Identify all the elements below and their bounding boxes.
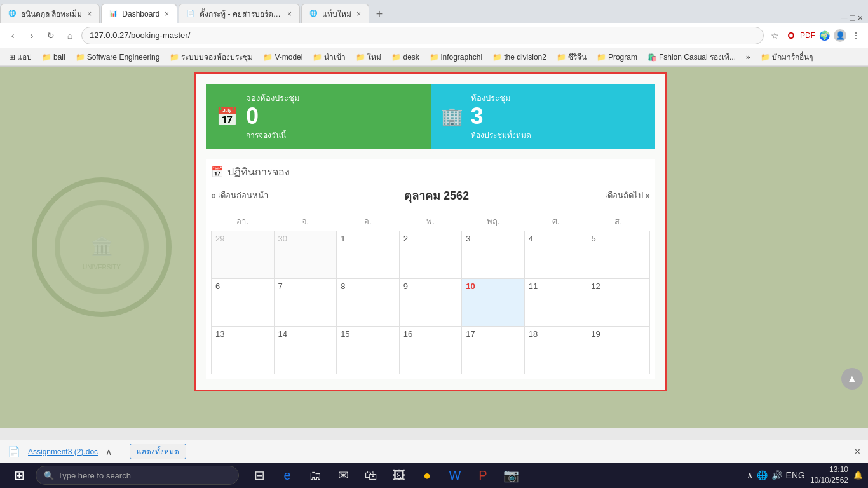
cal-cell-10[interactable]: 10 bbox=[462, 279, 525, 327]
cal-cell-5[interactable]: 5 bbox=[587, 231, 650, 279]
booking-stat-card[interactable]: 📅 จองห้องประชุม 0 การจองวันนี้ bbox=[206, 84, 431, 149]
powerpoint-button[interactable]: P bbox=[470, 464, 496, 487]
bookmark-new[interactable]: 📁 ใหม่ bbox=[352, 50, 385, 64]
tab-2[interactable]: 📊 Dashboard × bbox=[101, 4, 177, 23]
folder-icon-ball: 📁 bbox=[42, 53, 51, 62]
taskbar-search-box[interactable]: 🔍 Type here to search bbox=[36, 466, 239, 485]
day-header-tue: อ. bbox=[337, 212, 400, 231]
bookmark-division[interactable]: 📁 the division2 bbox=[489, 51, 550, 63]
day-num-4: 4 bbox=[529, 234, 533, 243]
star-icon[interactable]: ☆ bbox=[768, 29, 782, 43]
chrome-button[interactable]: ● bbox=[414, 464, 440, 487]
tray-chevron[interactable]: ∧ bbox=[747, 470, 753, 480]
cal-cell-13[interactable]: 13 bbox=[212, 327, 275, 374]
close-browser-button[interactable]: × bbox=[858, 13, 863, 23]
tab-3-close[interactable]: × bbox=[287, 10, 292, 18]
bookmark-booking[interactable]: 📁 ระบบบจองห้องประชุม bbox=[166, 50, 257, 64]
menu-icon[interactable]: ⋮ bbox=[849, 29, 863, 43]
folder-icon-div: 📁 bbox=[492, 53, 502, 62]
tab-4[interactable]: 🌐 แท็บใหม่ × bbox=[301, 4, 369, 23]
rooms-stat-card[interactable]: 🏢 ห้องประชุม 3 ห้องประชุมทั้งหมด bbox=[431, 84, 656, 149]
folder-icon-booking: 📁 bbox=[170, 53, 179, 62]
tab-3[interactable]: 📄 ตั้งกระทู้ - คยสารบอร์ด สำหรับติดต่อ..… bbox=[179, 4, 300, 23]
cal-cell-11[interactable]: 11 bbox=[524, 279, 587, 327]
cal-cell-8[interactable]: 8 bbox=[337, 279, 400, 327]
forward-button[interactable]: › bbox=[24, 28, 39, 43]
home-button[interactable]: ⌂ bbox=[62, 28, 78, 43]
store-button[interactable]: 🛍 bbox=[358, 464, 384, 487]
mail-button[interactable]: ✉ bbox=[330, 464, 356, 487]
address-input[interactable] bbox=[81, 27, 764, 44]
folder-icon-series: 📁 bbox=[557, 53, 566, 62]
bookmark-program[interactable]: 📁 Program bbox=[593, 51, 641, 63]
volume-icon[interactable]: 🔊 bbox=[771, 470, 782, 480]
bookmark-vmodel[interactable]: 📁 V-model bbox=[259, 51, 306, 63]
cal-cell-7[interactable]: 7 bbox=[274, 279, 337, 327]
rooms-stat-icon: 🏢 bbox=[441, 106, 463, 127]
day-num-9: 9 bbox=[403, 281, 408, 291]
photos-button[interactable]: 🖼 bbox=[386, 464, 412, 487]
bookmark-software-eng[interactable]: 📁 Software Engineering bbox=[72, 51, 164, 63]
cal-cell-14[interactable]: 14 bbox=[274, 327, 337, 374]
stats-row: 📅 จองห้องประชุม 0 การจองวันนี้ 🏢 ห้องประ… bbox=[206, 84, 655, 149]
tab-1-close[interactable]: × bbox=[87, 10, 92, 18]
bookmark-infographchi[interactable]: 📁 infographchi bbox=[426, 51, 486, 63]
avatar-icon[interactable]: 👤 bbox=[834, 29, 846, 42]
cal-cell-4[interactable]: 4 bbox=[524, 231, 587, 279]
scroll-to-top-button[interactable]: ▲ bbox=[841, 368, 863, 390]
camera-button[interactable]: 📷 bbox=[498, 464, 524, 487]
cal-cell-1[interactable]: 1 bbox=[337, 231, 400, 279]
day-num-5: 5 bbox=[591, 234, 595, 243]
bookmark-other[interactable]: 📁 บักมาร์กอื่นๆ bbox=[757, 50, 817, 64]
tab-2-close[interactable]: × bbox=[165, 10, 169, 18]
opera-icon[interactable]: O bbox=[784, 29, 798, 43]
new-tab-button[interactable]: + bbox=[370, 5, 388, 23]
cal-cell-12[interactable]: 12 bbox=[587, 279, 650, 327]
cal-cell-9[interactable]: 9 bbox=[399, 279, 462, 327]
minimize-button[interactable]: ─ bbox=[841, 13, 847, 23]
pdf-icon[interactable]: PDF bbox=[801, 29, 815, 43]
task-view-button[interactable]: ⊟ bbox=[247, 464, 272, 487]
edge-button[interactable]: e bbox=[275, 464, 300, 487]
explorer-button[interactable]: 🗂 bbox=[302, 464, 328, 487]
cal-cell-16[interactable]: 16 bbox=[399, 327, 462, 374]
prev-month-button[interactable]: « เดือนก่อนหน้า bbox=[211, 189, 268, 202]
bookmarks-bar: ⊞ แอป 📁 ball 📁 Software Engineering 📁 ระ… bbox=[0, 48, 868, 66]
cal-cell-19[interactable]: 19 bbox=[587, 327, 650, 374]
bookmark-import[interactable]: 📁 นำเข้า bbox=[309, 50, 349, 64]
cal-cell-29[interactable]: 29 bbox=[212, 231, 275, 279]
word-button[interactable]: W bbox=[442, 464, 468, 487]
download-options-arrow[interactable]: ∧ bbox=[105, 447, 112, 457]
tab-1[interactable]: 🌐 อนินดกุล ลือทะเม็ม × bbox=[0, 4, 100, 23]
show-all-downloads-button[interactable]: แสดงทั้งหมด bbox=[130, 444, 186, 459]
close-download-bar-button[interactable]: × bbox=[855, 446, 860, 458]
tab-4-close[interactable]: × bbox=[356, 10, 361, 18]
network-icon[interactable]: 🌐 bbox=[757, 470, 768, 480]
cal-cell-18[interactable]: 18 bbox=[524, 327, 587, 374]
cal-cell-6[interactable]: 6 bbox=[212, 279, 275, 327]
cal-cell-3[interactable]: 3 bbox=[462, 231, 525, 279]
folder-icon-program: 📁 bbox=[597, 53, 606, 62]
start-button[interactable]: ⊞ bbox=[5, 464, 33, 487]
day-num-8: 8 bbox=[341, 281, 345, 291]
vpn-icon[interactable]: 🌍 bbox=[817, 29, 831, 43]
bookmark-more[interactable]: » bbox=[742, 51, 754, 63]
back-button[interactable]: ‹ bbox=[5, 28, 20, 43]
input-lang[interactable]: ENG bbox=[786, 470, 805, 480]
cal-cell-15[interactable]: 15 bbox=[337, 327, 400, 374]
bookmark-ball[interactable]: 📁 ball bbox=[38, 51, 69, 63]
bookmark-apps[interactable]: ⊞ แอป bbox=[5, 50, 36, 64]
bookmark-desk[interactable]: 📁 desk bbox=[388, 51, 423, 63]
download-filename[interactable]: Assignment3 (2).doc bbox=[28, 447, 98, 456]
reload-button[interactable]: ↻ bbox=[43, 28, 58, 43]
bookmark-series[interactable]: 📁 ซีรีจีน bbox=[553, 50, 590, 64]
taskbar-clock[interactable]: 13:10 10/10/2562 bbox=[810, 464, 848, 486]
cal-cell-30[interactable]: 30 bbox=[274, 231, 337, 279]
next-month-button[interactable]: เดือนถัดไป » bbox=[605, 189, 650, 202]
day-header-sun: อา. bbox=[212, 212, 275, 231]
bookmark-fashion[interactable]: 🛍️ Fshion Casual รองเท้... bbox=[644, 50, 740, 64]
cal-cell-17[interactable]: 17 bbox=[462, 327, 525, 374]
maximize-button[interactable]: □ bbox=[850, 13, 855, 23]
cal-cell-2[interactable]: 2 bbox=[399, 231, 462, 279]
notification-button[interactable]: 🔔 bbox=[853, 471, 863, 480]
